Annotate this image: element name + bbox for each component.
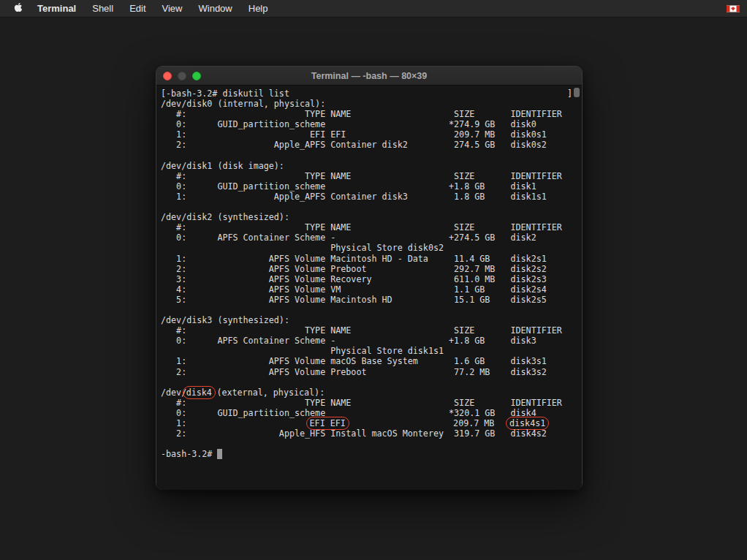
terminal-line: Physical Store disk0s2 [161,243,577,253]
terminal-line: 2: Apple_APFS Container disk2 274.5 GB d… [161,140,577,150]
terminal-text: 0: GUID_partition_scheme *320.1 GB disk4 [161,408,536,418]
terminal-line: 1: APFS Volume macOS Base System 1.6 GB … [161,356,577,366]
terminal-text: 1: [161,418,310,428]
terminal-text: #: TYPE NAME SIZE IDENTIFIER [161,171,562,181]
terminal-line: /dev/disk2 (synthesized): [161,212,577,222]
terminal-text: /dev/disk3 (synthesized): [161,315,289,325]
window-titlebar[interactable]: Terminal — -bash — 80×39 [156,67,582,86]
terminal-output: [-bash-3.2# diskutil list ]/dev/disk0 (i… [161,88,577,459]
terminal-line: 0: GUID_partition_scheme *274.9 GB disk0 [161,119,577,129]
menu-app-name[interactable]: Terminal [29,3,84,14]
terminal-text: 1: APFS Volume macOS Base System 1.6 GB … [161,356,547,366]
terminal-line: 1: EFI EFI 209.7 MB disk4s1 [161,418,577,428]
zoom-button[interactable] [192,72,201,80]
minimize-button[interactable] [178,72,186,80]
apple-menu[interactable] [7,2,29,15]
terminal-text: 1: EFI EFI 209.7 MB disk0s1 [161,129,547,140]
terminal-text: 2: Apple_APFS Container disk2 274.5 GB d… [161,140,547,150]
terminal-text: Physical Store disk1s1 [161,346,444,356]
terminal-line: 2: Apple_HFS Install macOS Monterey 319.… [161,428,577,439]
terminal-text: [-bash-3.2# diskutil list ] [161,88,572,99]
close-button[interactable] [163,72,172,80]
terminal-line: /dev/disk4 (external, physical): [161,387,577,398]
terminal-content[interactable]: [-bash-3.2# diskutil list ]/dev/disk0 (i… [156,86,582,490]
terminal-line: /dev/disk0 (internal, physical): [161,99,577,109]
menu-item-help[interactable]: Help [240,0,276,18]
menu-item-shell[interactable]: Shell [84,0,121,18]
terminal-window: Terminal — -bash — 80×39 [-bash-3.2# dis… [156,66,583,490]
terminal-text: /dev/disk0 (internal, physical): [161,99,325,109]
menu-item-view[interactable]: View [154,0,191,18]
terminal-line: 0: GUID_partition_scheme +1.8 GB disk1 [161,181,577,192]
terminal-line: Physical Store disk1s1 [161,346,577,356]
input-language-flag-icon[interactable] [727,4,740,13]
menu-item-edit[interactable]: Edit [121,0,153,18]
terminal-line: 0: APFS Container Scheme - +274.5 GB dis… [161,232,577,243]
terminal-line: #: TYPE NAME SIZE IDENTIFIER [161,109,577,119]
terminal-text: Physical Store disk0s2 [161,243,444,253]
terminal-text: 1: APFS Volume Macintosh HD - Data 11.4 … [161,254,547,264]
terminal-line: 4: APFS Volume VM 1.1 GB disk2s4 [161,284,577,295]
terminal-text: 1: Apple_APFS Container disk3 1.8 GB dis… [161,192,547,202]
menu-item-window[interactable]: Window [191,0,240,18]
terminal-text: /dev/disk2 (synthesized): [161,212,289,222]
terminal-line: -bash-3.2# [161,449,577,459]
terminal-line: #: TYPE NAME SIZE IDENTIFIER [161,222,577,232]
terminal-text: (external, physical): [211,387,325,398]
terminal-line: /dev/disk1 (disk image): [161,161,577,171]
terminal-line: #: TYPE NAME SIZE IDENTIFIER [161,325,577,336]
terminal-line: #: TYPE NAME SIZE IDENTIFIER [161,171,577,181]
terminal-text: 4: APFS Volume VM 1.1 GB disk2s4 [161,284,547,295]
terminal-line [161,151,577,161]
terminal-text: /dev/disk1 (disk image): [161,161,284,171]
terminal-line: 1: Apple_APFS Container disk3 1.8 GB dis… [161,192,577,202]
terminal-text: 209.7 MB [345,418,509,428]
terminal-line [161,377,577,387]
terminal-text: #: TYPE NAME SIZE IDENTIFIER [161,325,562,336]
terminal-text: #: TYPE NAME SIZE IDENTIFIER [161,109,562,119]
terminal-line [161,202,577,212]
terminal-text: -bash-3.2# [161,449,217,459]
terminal-text: 2: APFS Volume Preboot 292.7 MB disk2s2 [161,264,547,274]
terminal-line: 5: APFS Volume Macintosh HD 15.1 GB disk… [161,295,577,305]
terminal-line: 2: APFS Volume Preboot 77.2 MB disk3s2 [161,367,577,377]
terminal-line: 1: EFI EFI 209.7 MB disk0s1 [161,129,577,140]
terminal-line: 0: APFS Container Scheme - +1.8 GB disk3 [161,336,577,346]
terminal-text: 2: Apple_HFS Install macOS Monterey 319.… [161,428,547,439]
terminal-text: 3: APFS Volume Recovery 611.0 MB disk2s3 [161,274,547,284]
terminal-text: 0: APFS Container Scheme - +274.5 GB dis… [161,232,536,243]
window-title: Terminal — -bash — 80×39 [311,71,428,81]
terminal-text: 0: GUID_partition_scheme +1.8 GB disk1 [161,181,536,192]
terminal-cursor [217,449,222,459]
terminal-line [161,305,577,315]
terminal-line: 3: APFS Volume Recovery 611.0 MB disk2s3 [161,274,577,284]
terminal-line: /dev/disk3 (synthesized): [161,315,577,325]
apple-logo-icon [14,2,23,15]
terminal-line: #: TYPE NAME SIZE IDENTIFIER [161,398,577,408]
terminal-text: 0: APFS Container Scheme - +1.8 GB disk3 [161,336,536,346]
terminal-line: 2: APFS Volume Preboot 292.7 MB disk2s2 [161,264,577,274]
terminal-text: #: TYPE NAME SIZE IDENTIFIER [161,222,562,232]
scrollbar-thumb[interactable] [574,88,580,97]
terminal-text: #: TYPE NAME SIZE IDENTIFIER [161,398,562,408]
terminal-text: 5: APFS Volume Macintosh HD 15.1 GB disk… [161,295,547,305]
terminal-line [161,439,577,449]
menu-bar: Terminal Shell Edit View Window Help [0,0,747,18]
terminal-line: 1: APFS Volume Macintosh HD - Data 11.4 … [161,254,577,264]
terminal-text: 0: GUID_partition_scheme *274.9 GB disk0 [161,119,536,129]
terminal-line: [-bash-3.2# diskutil list ] [161,88,577,99]
terminal-text: 2: APFS Volume Preboot 77.2 MB disk3s2 [161,367,547,377]
